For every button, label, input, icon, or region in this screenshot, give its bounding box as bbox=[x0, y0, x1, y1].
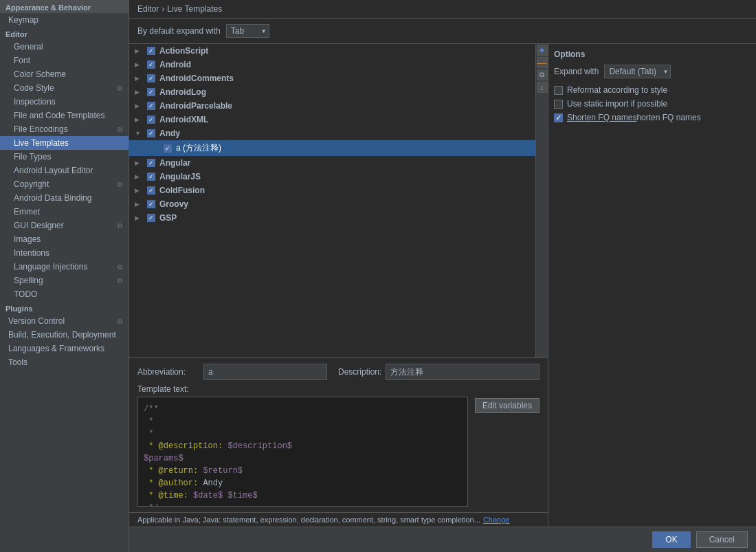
edit-variables-button[interactable]: Edit variables bbox=[475, 398, 540, 413]
check-icon: ✓ bbox=[164, 144, 172, 153]
tree-group-actionscript[interactable]: ▶ ✓ ActionScript bbox=[129, 44, 535, 58]
template-name: a (方法注释) bbox=[176, 142, 221, 154]
sidebar-item-plugins[interactable]: Plugins bbox=[0, 301, 129, 314]
expand-with-label: Expand with bbox=[554, 67, 599, 76]
arrow-icon: ▶ bbox=[135, 75, 146, 82]
group-name: AngularJS bbox=[159, 172, 201, 181]
description-label: Description: bbox=[338, 367, 381, 377]
sidebar-item-languages-frameworks[interactable]: Languages & Frameworks bbox=[0, 342, 129, 355]
check-icon: ✓ bbox=[147, 186, 155, 195]
sidebar-item-gui-designer[interactable]: GUI Designer ⚙ bbox=[0, 219, 129, 232]
group-name: Angular bbox=[159, 158, 190, 168]
breadcrumb-editor: Editor bbox=[137, 4, 159, 14]
abbreviation-input[interactable] bbox=[203, 364, 327, 380]
tree-group-androidcomments[interactable]: ▶ ✓ AndroidComments bbox=[129, 71, 535, 85]
description-input[interactable] bbox=[386, 364, 540, 380]
abbreviation-row: Abbreviation: Description: bbox=[137, 364, 540, 380]
options-panel: Options Expand with Default (Tab) Tab En… bbox=[548, 44, 719, 527]
tree-scroll[interactable]: ▶ ✓ ActionScript ▶ ✓ Android ▶ bbox=[129, 44, 535, 357]
tree-group-coldfusion[interactable]: ▶ ✓ ColdFusion bbox=[129, 184, 535, 197]
ok-button[interactable]: OK bbox=[652, 531, 690, 548]
sidebar-item-intentions[interactable]: Intentions bbox=[0, 246, 129, 260]
check-icon: ✓ bbox=[147, 214, 155, 222]
sidebar-item-todo[interactable]: TODO bbox=[0, 287, 129, 301]
sidebar-item-general[interactable]: General bbox=[0, 40, 129, 54]
sidebar-item-android-layout[interactable]: Android Layout Editor bbox=[0, 164, 129, 177]
tree-panel: ▶ ✓ ActionScript ▶ ✓ Android ▶ bbox=[129, 44, 548, 527]
templates-body: ▶ ✓ ActionScript ▶ ✓ Android ▶ bbox=[129, 44, 756, 527]
arrow-down-icon: ▼ bbox=[135, 130, 146, 137]
settings-sidebar: Appearance & Behavior Keymap Editor Gene… bbox=[0, 0, 129, 552]
arrow-icon: ▶ bbox=[135, 159, 146, 166]
tree-group-andy[interactable]: ▼ ✓ Andy bbox=[129, 126, 535, 140]
arrow-icon: ▶ bbox=[135, 61, 146, 68]
breadcrumb: Editor › Live Templates bbox=[129, 0, 756, 19]
sidebar-item-color-scheme[interactable]: Color Scheme bbox=[0, 67, 129, 81]
change-link[interactable]: Change bbox=[483, 516, 510, 524]
cancel-button[interactable]: Cancel bbox=[696, 531, 748, 548]
group-name: AndroidXML bbox=[159, 115, 208, 124]
check-icon: ✓ bbox=[147, 102, 155, 110]
check-icon: ✓ bbox=[147, 74, 155, 82]
tree-group-androidlog[interactable]: ▶ ✓ AndroidLog bbox=[129, 85, 535, 99]
group-name: Android bbox=[159, 60, 191, 69]
sidebar-item-emmet[interactable]: Emmet bbox=[0, 205, 129, 219]
group-name: AndroidLog bbox=[159, 87, 206, 97]
group-name: Groovy bbox=[159, 199, 188, 209]
sidebar-item-code-style[interactable]: Code Style ⚙ bbox=[0, 81, 129, 95]
expand-with-select[interactable]: Default (Tab) Tab Enter Space bbox=[604, 65, 671, 78]
template-text-label: Template text: bbox=[137, 384, 468, 394]
arrow-icon: ▶ bbox=[135, 187, 146, 194]
sidebar-item-tools[interactable]: Tools bbox=[0, 355, 129, 369]
sidebar-item-version-control[interactable]: Version Control ⚙ bbox=[0, 314, 129, 328]
tree-group-angular[interactable]: ▶ ✓ Angular bbox=[129, 156, 535, 170]
arrow-icon: ▶ bbox=[135, 89, 146, 96]
arrow-icon: ▶ bbox=[135, 102, 146, 109]
sidebar-item-build-execution[interactable]: Build, Execution, Deployment bbox=[0, 328, 129, 342]
sidebar-item-language-injections[interactable]: Language Injections ⚙ bbox=[0, 260, 129, 274]
tree-group-androidparcelable[interactable]: ▶ ✓ AndroidParcelable bbox=[129, 99, 535, 113]
copy-template-btn[interactable]: ⧉ bbox=[537, 69, 548, 80]
sidebar-item-file-templates[interactable]: File and Code Templates bbox=[0, 109, 129, 122]
tree-item-a[interactable]: ✓ a (方法注释) bbox=[129, 140, 535, 156]
expand-select[interactable]: Tab Enter Space bbox=[226, 24, 269, 38]
expand-select-wrapper[interactable]: Tab Enter Space bbox=[226, 24, 269, 38]
remove-template-btn[interactable]: — bbox=[537, 57, 548, 68]
sidebar-item-file-encodings[interactable]: File Encodings ⚙ bbox=[0, 122, 129, 136]
sidebar-item-images[interactable]: Images bbox=[0, 232, 129, 246]
sidebar-item-keymap[interactable]: Keymap bbox=[0, 13, 129, 27]
sidebar-item-appearance[interactable]: Appearance & Behavior bbox=[0, 0, 129, 13]
check-icon: ✓ bbox=[147, 129, 155, 137]
reformat-option-row: Reformat according to style bbox=[554, 85, 713, 95]
group-name: ColdFusion bbox=[159, 186, 205, 195]
template-editor[interactable]: /** * * * @description: $description$ $p… bbox=[137, 397, 468, 507]
applicable-row: Applicable in Java; Java: statement, exp… bbox=[129, 512, 548, 527]
reformat-label: Reformat according to style bbox=[567, 85, 667, 95]
sidebar-item-inspections[interactable]: Inspections bbox=[0, 95, 129, 109]
tree-group-androidxml[interactable]: ▶ ✓ AndroidXML bbox=[129, 113, 535, 126]
version-control-gear-icon: ⚙ bbox=[117, 318, 123, 325]
expand-with-select-wrapper[interactable]: Default (Tab) Tab Enter Space bbox=[604, 65, 671, 78]
tree-group-groovy[interactable]: ▶ ✓ Groovy bbox=[129, 197, 535, 211]
add-template-btn[interactable]: + bbox=[537, 45, 548, 56]
tree-group-android[interactable]: ▶ ✓ Android bbox=[129, 58, 535, 71]
header-row: By default expand with Tab Enter Space bbox=[129, 19, 756, 44]
sidebar-item-copyright[interactable]: Copyright ⚙ bbox=[0, 177, 129, 191]
check-icon: ✓ bbox=[147, 200, 155, 208]
arrow-icon: ▶ bbox=[135, 47, 146, 54]
tree-group-gsp[interactable]: ▶ ✓ GSP bbox=[129, 211, 535, 225]
sidebar-item-editor[interactable]: Editor bbox=[0, 27, 129, 40]
reformat-checkbox[interactable] bbox=[554, 86, 563, 95]
sidebar-item-file-types[interactable]: File Types bbox=[0, 150, 129, 164]
move-template-btn[interactable]: ↕ bbox=[537, 82, 548, 93]
shorten-fq-checkbox[interactable]: ✓ bbox=[554, 113, 563, 122]
tree-group-angularjs[interactable]: ▶ ✓ AngularJS bbox=[129, 170, 535, 184]
bottom-bar: OK Cancel bbox=[129, 527, 756, 552]
sidebar-item-font[interactable]: Font bbox=[0, 54, 129, 67]
sidebar-item-spelling[interactable]: Spelling ⚙ bbox=[0, 274, 129, 287]
sidebar-item-live-templates[interactable]: Live Templates bbox=[0, 136, 129, 150]
sidebar-item-android-data-binding[interactable]: Android Data Binding bbox=[0, 191, 129, 205]
static-import-option-row: Use static import if possible bbox=[554, 99, 713, 109]
static-import-checkbox[interactable] bbox=[554, 100, 563, 109]
static-import-label: Use static import if possible bbox=[567, 99, 667, 109]
